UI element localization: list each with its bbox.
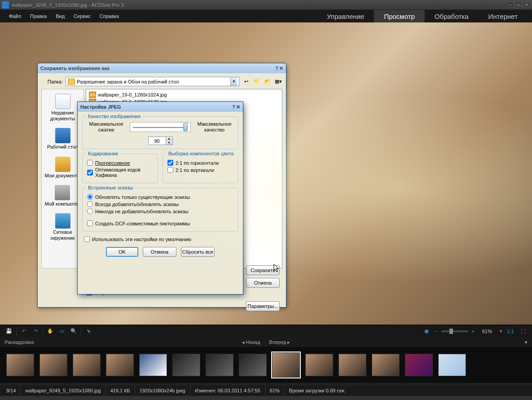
cancel-button[interactable]: Отмена [246,278,280,288]
place-item[interactable]: Сетевое окружение [43,213,83,241]
always-thumbs-radio[interactable]: Всегда добавлять/обновлять эскизы [87,201,233,207]
folder-dropdown[interactable]: Разрешение экрана и Обои на рабочий стол… [66,77,239,86]
thumbnail[interactable] [206,354,233,376]
mode-tab[interactable]: Управление [317,10,374,23]
zoom-icon[interactable]: 🔍 [69,327,78,336]
vert-subsample-checkbox[interactable]: 2:1 по вертикали [167,167,233,173]
save-icon[interactable]: 💾 [4,327,13,336]
mode-tab[interactable]: Просмотр [374,10,425,23]
status-dim: 1920x1080x24b jpeg [135,385,190,396]
thumbnail[interactable] [405,354,433,376]
spin-up-icon[interactable]: ▲ [166,137,172,141]
chevron-down-icon[interactable]: ▼ [230,77,237,86]
zoom-value: 61% [478,329,496,334]
dcf-checkbox[interactable]: Создать DCF-совместимые пиктограммы [87,220,233,226]
view-menu-icon[interactable]: ▦▾ [274,78,282,86]
thumbnail[interactable] [6,354,34,376]
collapse-icon[interactable]: ▾ [525,339,528,345]
app-icon [2,1,9,9]
chevron-down-icon[interactable]: ▾ [500,328,502,334]
place-item[interactable]: Рабочий стол [47,128,78,150]
quality-slider[interactable] [130,122,191,132]
file-row[interactable]: JPGwallpaper_19-1_1920x1536.jpg [88,98,280,105]
close-icon[interactable]: ✕ [236,104,240,110]
window-title: wallpaper_9249_5_1920x1080.jpg - ACDSee … [12,2,124,8]
progressive-checkbox[interactable]: Прогрессивное [87,160,153,166]
reset-button[interactable]: Сбросить все [181,247,215,257]
huffman-checkbox[interactable]: Оптимизация кодов Хафмана [87,167,153,178]
place-item[interactable]: Мой компьютер [44,185,80,207]
preserve-metadata-checkbox[interactable]: Сохранить ме [86,281,282,287]
save-button[interactable]: Сохранить [246,265,280,275]
options-button[interactable]: Параметры... [246,301,280,311]
actual-size-icon[interactable]: 1:1 [506,327,515,336]
thumbnail[interactable] [272,352,300,378]
thumbnail[interactable] [172,354,200,376]
image-viewer[interactable]: Сохранить изображение как ? ✕ Папка: Раз… [0,22,532,325]
use-defaults-checkbox[interactable]: Использовать эти настройки по умолчанию [84,236,237,242]
hand-icon[interactable]: ✋ [46,327,55,336]
thumbnail[interactable] [106,354,134,376]
place-icon [55,94,70,109]
jpeg-dialog-title[interactable]: Настройки JPEG ? ✕ [78,102,243,112]
ok-button[interactable]: OK [106,247,138,257]
quality-group: Качество изображения Максимальное сжатие… [82,116,238,149]
fullscreen-icon[interactable]: ⛶ [519,327,528,336]
never-thumbs-radio[interactable]: Никогда не добавлять/обновлять эскизы [87,208,233,214]
menu-item[interactable]: Правка [26,12,51,21]
spin-down-icon[interactable]: ▼ [166,141,172,145]
filmstrip[interactable] [0,347,532,383]
select-icon[interactable]: ▭ [57,327,66,336]
quality-input[interactable] [148,136,166,145]
zoom-slider[interactable] [441,330,468,332]
thumbnail[interactable] [73,354,101,376]
place-icon [55,157,70,172]
menu-item[interactable]: Файл [4,12,26,21]
thumbnail[interactable] [239,354,267,376]
close-icon[interactable]: ✕ [523,2,530,8]
horiz-subsample-checkbox[interactable]: 2:1 по горизонтали [167,160,233,166]
encoding-group: Кодирование Прогрессивное Оптимизация ко… [82,154,158,183]
thumbnail[interactable] [40,354,67,376]
thumbnail[interactable] [372,354,400,376]
mode-tab[interactable]: Интернет [479,10,528,23]
jpg-file-icon: JPG [89,99,96,105]
save-as-title[interactable]: Сохранить изображение как ? ✕ [38,63,286,73]
rotate-right-icon[interactable]: ↷ [31,327,40,336]
zoom-in-icon[interactable]: + [472,329,475,334]
quality-spinner[interactable]: ▲▼ [148,136,173,145]
help-icon[interactable]: ? [232,104,235,110]
status-load: Время загрузки 0.09 сек. [285,385,350,396]
rotate-left-icon[interactable]: ↶ [19,327,28,336]
file-row[interactable]: JPGwallpaper_19-0_1280x1024.jpg [88,91,280,98]
back-icon[interactable]: ↩ [242,78,250,86]
update-thumbs-radio[interactable]: Обновлять только существующие эскизы [87,194,233,200]
place-icon [55,128,70,143]
close-icon[interactable]: ✕ [279,66,283,71]
back-button[interactable]: ◂ Назад [242,339,260,345]
preserve-db-checkbox[interactable]: Сохранить ин [86,290,282,295]
thumbnail[interactable] [339,354,366,376]
cancel-button[interactable]: Отмена [143,247,176,257]
thumbnail[interactable] [139,354,167,376]
file-list[interactable]: JPGwallpaper_19-0_1280x1024.jpgJPGwallpa… [86,89,282,268]
status-size: 419,1 КБ [106,385,135,396]
minimize-icon[interactable]: ─ [507,2,514,8]
help-icon[interactable]: ? [275,66,278,71]
menu-item[interactable]: Сервис [69,12,95,21]
menu-item[interactable]: Справка [95,12,123,21]
place-icon [55,185,70,200]
place-item[interactable]: Мои документы [44,157,80,179]
thumbnail[interactable] [438,354,466,376]
maximize-icon[interactable]: ▭ [515,2,522,8]
menu-item[interactable]: Вид [51,12,69,21]
thumbnail[interactable] [305,354,333,376]
forward-button[interactable]: Вперед ▸ [269,339,290,345]
place-item[interactable]: Недавние документы [43,94,83,122]
mode-tab[interactable]: Обработка [425,10,479,23]
up-folder-icon[interactable]: 📁 [253,78,261,86]
crop-tool-icon[interactable]: ⬊ [84,327,93,336]
zoom-out-icon[interactable]: − [435,329,437,334]
fit-screen-icon[interactable]: ▣ [422,327,431,336]
new-folder-icon[interactable]: 📂 [264,78,272,86]
